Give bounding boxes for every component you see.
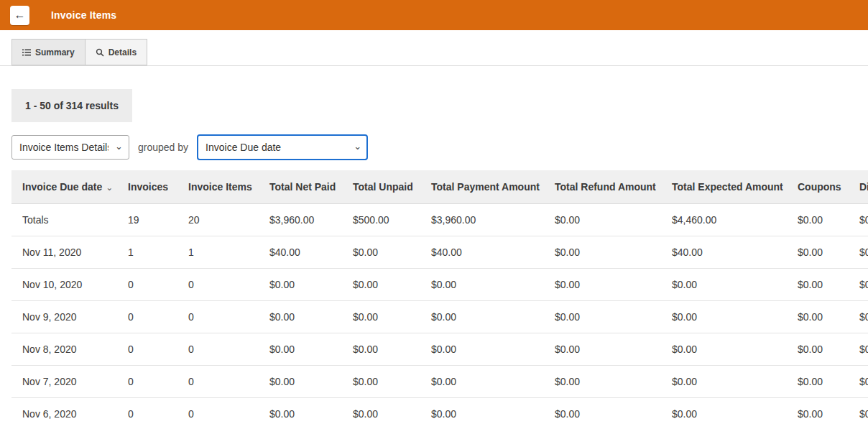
table-cell: 0	[117, 365, 177, 397]
table-cell: $0.00	[787, 236, 849, 268]
column-header[interactable]: Total Expected Amount	[661, 170, 787, 203]
table-row: Nov 10, 202000$0.00$0.00$0.00$0.00$0.00$…	[11, 268, 868, 300]
table-cell: Nov 8, 2020	[11, 333, 117, 365]
table-cell: $0.00	[849, 365, 868, 397]
table-cell: 0	[117, 268, 177, 300]
table-cell: Nov 10, 2020	[11, 268, 117, 300]
table-cell: $0.00	[420, 268, 544, 300]
column-header[interactable]: Invoices	[117, 170, 177, 203]
table-cell: $40.00	[661, 236, 787, 268]
sort-chevron-icon: ⌄	[106, 183, 113, 193]
table-row: Nov 8, 202000$0.00$0.00$0.00$0.00$0.00$0…	[11, 333, 868, 365]
results-count: 1 - 50 of 314 results	[11, 89, 132, 122]
table-cell: Totals	[11, 203, 117, 236]
table-cell: Nov 9, 2020	[11, 300, 117, 333]
column-header[interactable]: Invoice Due date⌄	[11, 170, 117, 203]
table-cell: Nov 7, 2020	[11, 365, 117, 397]
tab-label: Details	[108, 47, 137, 57]
table-cell: $0.00	[544, 236, 661, 268]
column-header[interactable]: Total Refund Amount	[544, 170, 661, 203]
search-icon	[96, 48, 104, 57]
table-cell: 0	[117, 397, 177, 429]
table-cell: $0.00	[259, 268, 342, 300]
table-cell: $0.00	[342, 236, 420, 268]
table-cell: $0.00	[787, 203, 849, 236]
table-cell: $0.00	[849, 300, 868, 333]
table-cell: $0.00	[420, 300, 544, 333]
column-header[interactable]: Total Net Paid	[259, 170, 342, 203]
column-header[interactable]: Coupons	[787, 170, 849, 203]
table-cell: $0.00	[787, 333, 849, 365]
table-cell: 0	[177, 268, 259, 300]
table-cell: $0.00	[787, 268, 849, 300]
table-cell: $0.00	[342, 397, 420, 429]
column-header[interactable]: Total Payment Amount	[420, 170, 544, 203]
table-cell: $0.00	[787, 397, 849, 429]
table-cell: 0	[177, 397, 259, 429]
table-cell: $0.00	[661, 268, 787, 300]
table-cell: $40.00	[420, 236, 544, 268]
table-cell: $0.00	[849, 203, 868, 236]
table-cell: $0.00	[661, 300, 787, 333]
table-cell: $0.00	[849, 333, 868, 365]
back-button[interactable]: ←	[10, 6, 29, 25]
table-cell: 1	[177, 236, 259, 268]
table-cell: $0.00	[787, 300, 849, 333]
table-cell: 0	[177, 365, 259, 397]
table-cell: 20	[177, 203, 259, 236]
table-cell: 19	[117, 203, 177, 236]
table-row: Nov 11, 202011$40.00$0.00$40.00$0.00$40.…	[11, 236, 868, 268]
table-cell: $0.00	[544, 268, 661, 300]
table-cell: $0.00	[420, 397, 544, 429]
report-type-select[interactable]: Invoice Items Details	[11, 135, 129, 160]
table-cell: $0.00	[787, 365, 849, 397]
table-cell: $0.00	[259, 300, 342, 333]
table-cell: 0	[117, 333, 177, 365]
table-cell: $0.00	[544, 333, 661, 365]
tab-summary[interactable]: Summary	[11, 39, 86, 65]
table-cell: $0.00	[661, 365, 787, 397]
column-header[interactable]: Invoice Items	[177, 170, 259, 203]
table-cell: $4,460.00	[661, 203, 787, 236]
list-icon	[22, 49, 31, 56]
table-cell: $0.00	[342, 365, 420, 397]
table-header-row: Invoice Due date⌄InvoicesInvoice ItemsTo…	[11, 170, 868, 203]
table-cell: $0.00	[544, 300, 661, 333]
table-body: Totals1920$3,960.00$500.00$3,960.00$0.00…	[11, 203, 868, 429]
table-cell: $0.00	[342, 300, 420, 333]
column-header[interactable]: Total Unpaid	[342, 170, 420, 203]
table-cell: $3,960.00	[420, 203, 544, 236]
table-cell: $0.00	[342, 268, 420, 300]
table-cell: $40.00	[259, 236, 342, 268]
totals-row: Totals1920$3,960.00$500.00$3,960.00$0.00…	[11, 203, 868, 236]
table-cell: $0.00	[544, 397, 661, 429]
table-cell: 0	[177, 333, 259, 365]
table-row: Nov 9, 202000$0.00$0.00$0.00$0.00$0.00$0…	[11, 300, 868, 333]
table-cell: $3,960.00	[259, 203, 342, 236]
table-cell: $0.00	[544, 365, 661, 397]
tab-details[interactable]: Details	[85, 39, 147, 65]
column-header[interactable]: Discounts	[849, 170, 868, 203]
table-cell: $0.00	[259, 365, 342, 397]
table-cell: $0.00	[849, 236, 868, 268]
table-cell: $500.00	[342, 203, 420, 236]
table-row: Nov 7, 202000$0.00$0.00$0.00$0.00$0.00$0…	[11, 365, 868, 397]
group-by-select[interactable]: Invoice Due date	[197, 134, 368, 160]
tab-bar: Summary Details	[0, 30, 868, 66]
table-cell: 0	[117, 300, 177, 333]
page-title: Invoice Items	[51, 9, 116, 21]
table-row: Nov 6, 202000$0.00$0.00$0.00$0.00$0.00$0…	[11, 397, 868, 429]
tab-label: Summary	[35, 47, 75, 57]
filter-row: Invoice Items Details ⌄ grouped by Invoi…	[11, 134, 868, 160]
table-cell: $0.00	[420, 333, 544, 365]
table-cell: $0.00	[661, 397, 787, 429]
table-cell: $0.00	[661, 333, 787, 365]
table-cell: $0.00	[259, 333, 342, 365]
table-cell: $0.00	[849, 397, 868, 429]
table-cell: $0.00	[544, 203, 661, 236]
back-arrow-icon: ←	[14, 9, 26, 22]
report-table: Invoice Due date⌄InvoicesInvoice ItemsTo…	[11, 170, 868, 429]
top-bar: ← Invoice Items	[0, 0, 868, 30]
table-cell: $0.00	[849, 268, 868, 300]
table-cell: $0.00	[259, 397, 342, 429]
